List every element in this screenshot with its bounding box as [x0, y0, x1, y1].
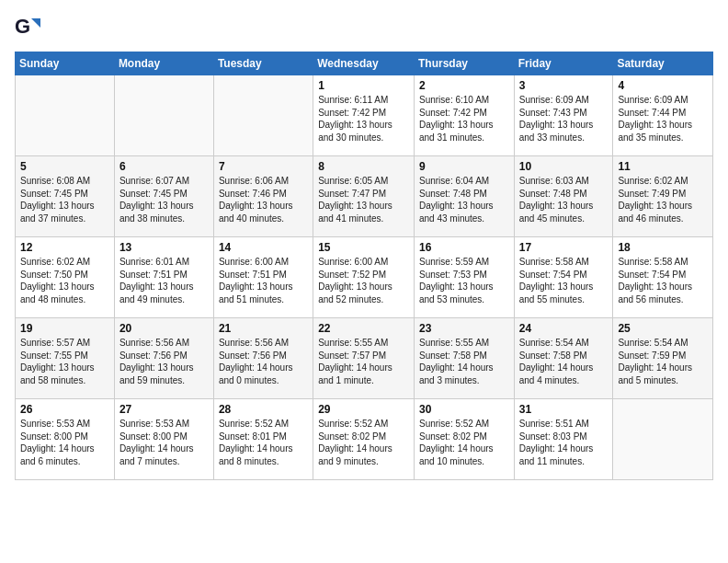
calendar-cell — [213, 75, 313, 156]
calendar-cell: 17Sunrise: 5:58 AM Sunset: 7:54 PM Dayli… — [514, 237, 613, 318]
day-info: Sunrise: 5:58 AM Sunset: 7:54 PM Dayligh… — [618, 256, 708, 305]
day-info: Sunrise: 6:00 AM Sunset: 7:52 PM Dayligh… — [318, 256, 409, 305]
calendar-cell: 10Sunrise: 6:03 AM Sunset: 7:48 PM Dayli… — [514, 156, 613, 237]
calendar-cell: 27Sunrise: 5:53 AM Sunset: 8:00 PM Dayli… — [114, 399, 213, 480]
calendar-cell: 8Sunrise: 6:05 AM Sunset: 7:47 PM Daylig… — [313, 156, 415, 237]
calendar-cell: 29Sunrise: 5:52 AM Sunset: 8:02 PM Dayli… — [313, 399, 415, 480]
day-info: Sunrise: 6:04 AM Sunset: 7:48 PM Dayligh… — [419, 175, 509, 224]
day-number: 22 — [318, 322, 409, 335]
day-number: 27 — [119, 403, 209, 416]
day-number: 8 — [318, 160, 409, 173]
day-number: 15 — [318, 241, 409, 254]
day-number: 24 — [519, 322, 609, 335]
day-info: Sunrise: 6:09 AM Sunset: 7:43 PM Dayligh… — [519, 94, 609, 144]
calendar-cell: 2Sunrise: 6:10 AM Sunset: 7:42 PM Daylig… — [414, 75, 514, 156]
calendar-cell: 5Sunrise: 6:08 AM Sunset: 7:45 PM Daylig… — [16, 156, 115, 237]
day-number: 17 — [519, 241, 609, 254]
calendar-week-2: 5Sunrise: 6:08 AM Sunset: 7:45 PM Daylig… — [16, 156, 713, 237]
day-info: Sunrise: 5:59 AM Sunset: 7:53 PM Dayligh… — [419, 256, 509, 305]
day-number: 10 — [519, 160, 609, 173]
calendar-cell: 11Sunrise: 6:02 AM Sunset: 7:49 PM Dayli… — [613, 156, 713, 237]
logo: G — [15, 15, 42, 40]
day-number: 20 — [119, 322, 209, 335]
calendar-cell: 4Sunrise: 6:09 AM Sunset: 7:44 PM Daylig… — [613, 75, 713, 156]
logo-icon: G — [15, 15, 40, 40]
calendar-page: G SundayMondayTuesdayWednesdayThursdayFr… — [0, 0, 728, 563]
calendar-body: 1Sunrise: 6:11 AM Sunset: 7:42 PM Daylig… — [16, 75, 713, 480]
calendar-cell: 24Sunrise: 5:54 AM Sunset: 7:58 PM Dayli… — [514, 318, 613, 399]
calendar-cell: 31Sunrise: 5:51 AM Sunset: 8:03 PM Dayli… — [514, 399, 613, 480]
calendar-week-1: 1Sunrise: 6:11 AM Sunset: 7:42 PM Daylig… — [16, 75, 713, 156]
day-number: 29 — [318, 403, 409, 416]
weekday-header-saturday: Saturday — [613, 52, 713, 75]
calendar-cell: 22Sunrise: 5:55 AM Sunset: 7:57 PM Dayli… — [313, 318, 415, 399]
calendar-cell: 21Sunrise: 5:56 AM Sunset: 7:56 PM Dayli… — [213, 318, 313, 399]
calendar-cell: 23Sunrise: 5:55 AM Sunset: 7:58 PM Dayli… — [414, 318, 514, 399]
day-number: 26 — [20, 403, 109, 416]
calendar-cell: 9Sunrise: 6:04 AM Sunset: 7:48 PM Daylig… — [414, 156, 514, 237]
day-info: Sunrise: 5:53 AM Sunset: 8:00 PM Dayligh… — [20, 418, 109, 467]
calendar-cell: 19Sunrise: 5:57 AM Sunset: 7:55 PM Dayli… — [16, 318, 115, 399]
day-info: Sunrise: 5:54 AM Sunset: 7:59 PM Dayligh… — [618, 337, 708, 386]
day-info: Sunrise: 5:58 AM Sunset: 7:54 PM Dayligh… — [519, 256, 609, 305]
day-info: Sunrise: 6:07 AM Sunset: 7:45 PM Dayligh… — [119, 175, 209, 224]
day-info: Sunrise: 5:51 AM Sunset: 8:03 PM Dayligh… — [519, 418, 609, 467]
day-number: 6 — [119, 160, 209, 173]
day-number: 2 — [419, 79, 509, 92]
day-info: Sunrise: 5:52 AM Sunset: 8:02 PM Dayligh… — [419, 418, 509, 467]
calendar-cell — [16, 75, 115, 156]
day-info: Sunrise: 6:05 AM Sunset: 7:47 PM Dayligh… — [318, 175, 409, 224]
day-number: 1 — [318, 79, 409, 92]
weekday-header-wednesday: Wednesday — [313, 52, 415, 75]
calendar-cell: 30Sunrise: 5:52 AM Sunset: 8:02 PM Dayli… — [414, 399, 514, 480]
day-info: Sunrise: 5:57 AM Sunset: 7:55 PM Dayligh… — [20, 337, 109, 386]
page-header: G — [15, 15, 713, 40]
calendar-cell: 13Sunrise: 6:01 AM Sunset: 7:51 PM Dayli… — [114, 237, 213, 318]
calendar-week-3: 12Sunrise: 6:02 AM Sunset: 7:50 PM Dayli… — [16, 237, 713, 318]
calendar-cell: 15Sunrise: 6:00 AM Sunset: 7:52 PM Dayli… — [313, 237, 415, 318]
day-number: 11 — [618, 160, 708, 173]
svg-text:G: G — [15, 15, 30, 38]
calendar-cell: 18Sunrise: 5:58 AM Sunset: 7:54 PM Dayli… — [613, 237, 713, 318]
day-info: Sunrise: 6:02 AM Sunset: 7:50 PM Dayligh… — [20, 256, 109, 305]
day-number: 18 — [618, 241, 708, 254]
calendar-cell: 1Sunrise: 6:11 AM Sunset: 7:42 PM Daylig… — [313, 75, 415, 156]
calendar-cell — [114, 75, 213, 156]
day-info: Sunrise: 5:56 AM Sunset: 7:56 PM Dayligh… — [219, 337, 308, 386]
svg-marker-1 — [31, 18, 40, 28]
weekday-header-friday: Friday — [514, 52, 613, 75]
calendar-cell: 16Sunrise: 5:59 AM Sunset: 7:53 PM Dayli… — [414, 237, 514, 318]
calendar-cell: 28Sunrise: 5:52 AM Sunset: 8:01 PM Dayli… — [213, 399, 313, 480]
calendar-table: SundayMondayTuesdayWednesdayThursdayFrid… — [15, 52, 713, 480]
day-info: Sunrise: 6:03 AM Sunset: 7:48 PM Dayligh… — [519, 175, 609, 224]
day-info: Sunrise: 5:53 AM Sunset: 8:00 PM Dayligh… — [119, 418, 209, 467]
day-info: Sunrise: 6:01 AM Sunset: 7:51 PM Dayligh… — [119, 256, 209, 305]
day-number: 12 — [20, 241, 109, 254]
day-info: Sunrise: 5:52 AM Sunset: 8:02 PM Dayligh… — [318, 418, 409, 467]
day-info: Sunrise: 6:11 AM Sunset: 7:42 PM Dayligh… — [318, 94, 409, 144]
day-number: 7 — [219, 160, 308, 173]
day-number: 28 — [219, 403, 308, 416]
weekday-header-sunday: Sunday — [16, 52, 115, 75]
calendar-week-4: 19Sunrise: 5:57 AM Sunset: 7:55 PM Dayli… — [16, 318, 713, 399]
day-info: Sunrise: 6:09 AM Sunset: 7:44 PM Dayligh… — [618, 94, 708, 144]
calendar-cell: 12Sunrise: 6:02 AM Sunset: 7:50 PM Dayli… — [16, 237, 115, 318]
day-info: Sunrise: 5:55 AM Sunset: 7:58 PM Dayligh… — [419, 337, 509, 386]
day-number: 25 — [618, 322, 708, 335]
day-number: 3 — [519, 79, 609, 92]
day-info: Sunrise: 6:00 AM Sunset: 7:51 PM Dayligh… — [219, 256, 308, 305]
day-info: Sunrise: 6:08 AM Sunset: 7:45 PM Dayligh… — [20, 175, 109, 224]
calendar-header: SundayMondayTuesdayWednesdayThursdayFrid… — [16, 52, 713, 75]
day-number: 31 — [519, 403, 609, 416]
day-info: Sunrise: 5:52 AM Sunset: 8:01 PM Dayligh… — [219, 418, 308, 467]
calendar-cell: 7Sunrise: 6:06 AM Sunset: 7:46 PM Daylig… — [213, 156, 313, 237]
weekday-header-tuesday: Tuesday — [213, 52, 313, 75]
calendar-cell — [613, 399, 713, 480]
day-number: 13 — [119, 241, 209, 254]
day-number: 30 — [419, 403, 509, 416]
day-info: Sunrise: 6:06 AM Sunset: 7:46 PM Dayligh… — [219, 175, 308, 224]
day-number: 23 — [419, 322, 509, 335]
day-number: 14 — [219, 241, 308, 254]
day-info: Sunrise: 5:54 AM Sunset: 7:58 PM Dayligh… — [519, 337, 609, 386]
calendar-cell: 20Sunrise: 5:56 AM Sunset: 7:56 PM Dayli… — [114, 318, 213, 399]
